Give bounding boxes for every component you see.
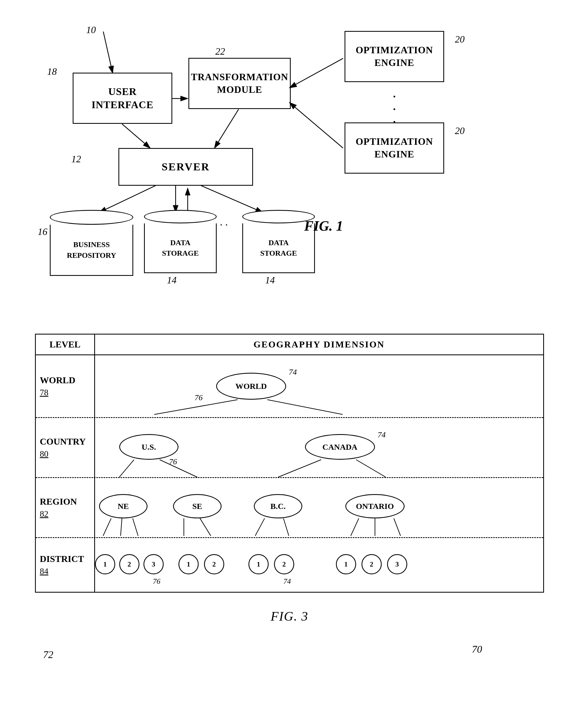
fig1-diagram: 10 18 USER INTERFACE 22 TRANSFORMATION M… xyxy=(22,16,557,312)
country-content: U.S. CANADA 74 76 xyxy=(95,418,543,477)
fig3-table: LEVEL GEOGRAPHY DIMENSION WORLD 78 WORLD xyxy=(35,334,544,593)
ref-20-2: 20 xyxy=(455,125,464,136)
ref-70: 70 xyxy=(472,643,482,655)
geo-header: GEOGRAPHY DIMENSION xyxy=(95,335,543,355)
ref-76-district: 76 xyxy=(153,577,160,586)
level-header: LEVEL xyxy=(36,335,95,355)
ne-circle-1: 1 xyxy=(95,554,115,574)
svg-line-20 xyxy=(121,518,122,536)
svg-line-2 xyxy=(103,31,113,73)
ontario-circle-3: 3 xyxy=(387,554,407,574)
country-label: COUNTRY 80 xyxy=(36,418,95,477)
fig3-diagram: 72 70 LEVEL GEOGRAPHY DIMENSION WORLD 78 xyxy=(22,334,557,624)
page: 10 18 USER INTERFACE 22 TRANSFORMATION M… xyxy=(0,0,579,728)
ref-74-district: 74 xyxy=(283,577,291,586)
ref-14-2: 14 xyxy=(265,275,275,286)
world-row: WORLD 78 WORLD 74 76 xyxy=(36,355,543,418)
server-box: SERVER xyxy=(119,148,253,186)
svg-line-18 xyxy=(356,460,386,477)
fig3-title: FIG. 3 xyxy=(22,609,557,624)
business-repository-cylinder: BUSINESS REPOSITORY xyxy=(50,210,133,276)
svg-line-6 xyxy=(290,58,343,88)
ref-16: 16 xyxy=(38,226,47,237)
svg-line-13 xyxy=(154,400,238,414)
country-lines xyxy=(95,418,543,477)
se-circle-2: 2 xyxy=(204,554,224,574)
svg-line-3 xyxy=(122,124,150,148)
ref-72: 72 xyxy=(43,649,53,660)
bc-circle-2: 2 xyxy=(274,554,294,574)
data-storage-1-cylinder: DATA STORAGE xyxy=(144,210,217,273)
ref-22: 22 xyxy=(215,46,225,57)
region-row: REGION 82 NE SE B.C. xyxy=(36,478,543,538)
svg-line-8 xyxy=(99,186,156,213)
region-lines xyxy=(95,478,543,537)
ref-14-1: 14 xyxy=(167,275,177,286)
fig3-header-row: LEVEL GEOGRAPHY DIMENSION xyxy=(36,335,543,355)
optimization-engine-1-box: OPTIMIZATION ENGINE xyxy=(345,31,444,82)
svg-line-7 xyxy=(290,103,343,148)
svg-line-14 xyxy=(267,400,343,414)
ontario-circle-2: 2 xyxy=(361,554,382,574)
district-label: DISTRICT 84 xyxy=(36,538,95,592)
region-label: REGION 82 xyxy=(36,478,95,537)
svg-line-15 xyxy=(119,460,134,477)
world-label: WORLD 78 xyxy=(36,355,95,417)
ref-18: 18 xyxy=(47,66,57,77)
svg-line-21 xyxy=(133,518,138,536)
se-circle-1: 1 xyxy=(178,554,199,574)
svg-line-25 xyxy=(283,518,289,536)
world-lines xyxy=(95,355,543,417)
svg-line-23 xyxy=(200,518,211,536)
ne-circle-3: 3 xyxy=(144,554,163,574)
ne-circle-2: 2 xyxy=(119,554,140,574)
svg-line-11 xyxy=(201,186,263,213)
svg-line-26 xyxy=(351,518,359,536)
district-content: 1 2 3 76 1 2 1 2 74 1 xyxy=(95,538,543,592)
svg-line-16 xyxy=(160,460,197,477)
fig3-table-wrapper: LEVEL GEOGRAPHY DIMENSION WORLD 78 WORLD xyxy=(35,334,544,593)
country-row: COUNTRY 80 U.S. CANADA 74 xyxy=(36,418,543,478)
svg-line-28 xyxy=(394,518,401,536)
svg-line-19 xyxy=(103,518,111,536)
world-content: WORLD 74 76 xyxy=(95,355,543,417)
region-content: NE SE B.C. ONTARIO xyxy=(95,478,543,537)
ref-20-1: 20 xyxy=(455,34,464,45)
ref-12: 12 xyxy=(71,153,81,165)
ontario-circle-1: 1 xyxy=(336,554,356,574)
bc-circle-1: 1 xyxy=(248,554,269,574)
fig1-title: FIG. 1 xyxy=(304,218,343,234)
district-row: DISTRICT 84 1 2 3 76 1 2 1 xyxy=(36,538,543,592)
transformation-module-box: TRANSFORMATION MODULE xyxy=(188,58,291,109)
ref-10: 10 xyxy=(86,24,96,35)
optimization-engine-2-box: OPTIMIZATION ENGINE xyxy=(345,123,444,174)
user-interface-box: USER INTERFACE xyxy=(73,73,172,124)
svg-line-24 xyxy=(255,518,265,536)
svg-line-17 xyxy=(278,460,321,477)
svg-line-4 xyxy=(215,109,239,148)
